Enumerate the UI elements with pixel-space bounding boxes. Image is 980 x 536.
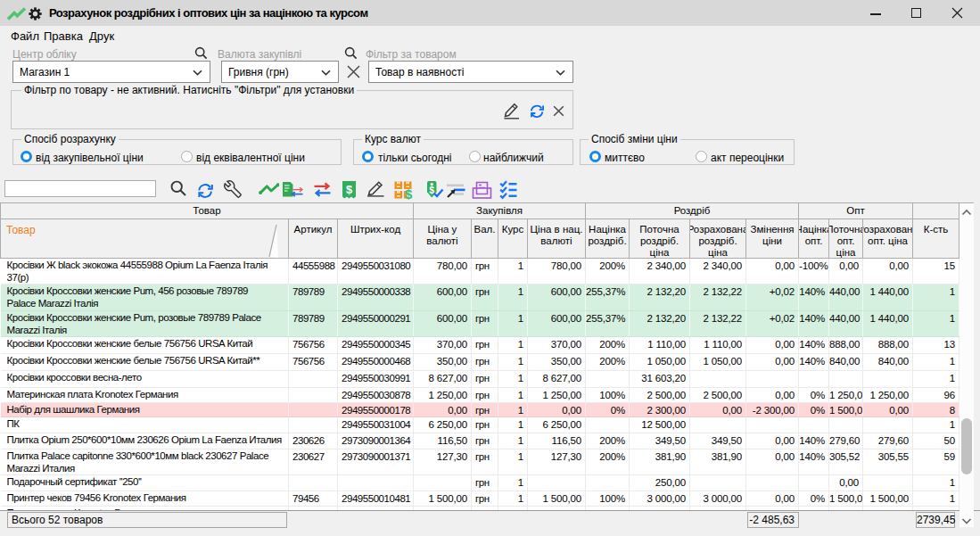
- svg-text:$: $: [346, 183, 353, 196]
- svg-text:$: $: [405, 186, 413, 200]
